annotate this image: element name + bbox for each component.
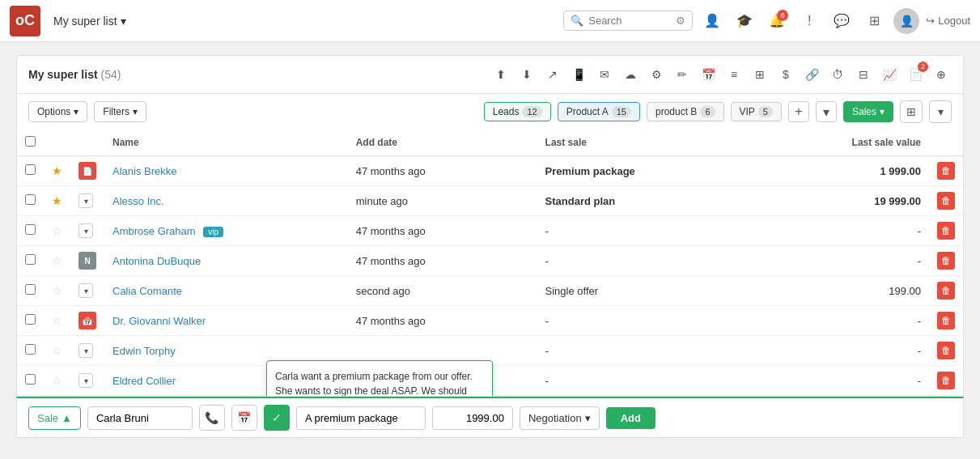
offer-name-input[interactable] (296, 406, 426, 430)
contact-link[interactable]: Alanis Brekke (112, 165, 176, 177)
tool-list[interactable]: ≡ (723, 64, 745, 85)
chat-icon[interactable]: 💬 (829, 8, 855, 34)
add-filter-button[interactable]: + (788, 101, 809, 122)
tool-email[interactable]: ✉ (594, 64, 615, 85)
delete-button[interactable]: 🗑 (937, 312, 955, 329)
last-value-cell: - (740, 216, 929, 246)
calendar-icon-btn[interactable]: 📅 (231, 405, 257, 431)
view-grid-button[interactable]: ⊞ (900, 100, 923, 123)
star-icon[interactable]: ☆ (52, 254, 62, 267)
last-sale-cell: - (537, 366, 740, 396)
logout-button[interactable]: ↪ Logout (926, 15, 970, 27)
graduate-icon[interactable]: 🎓 (732, 8, 757, 34)
filters-label: Filters (103, 106, 129, 117)
avatar[interactable]: 👤 (893, 8, 919, 34)
star-icon[interactable]: ☆ (52, 314, 62, 327)
tool-brush[interactable]: ✏ (672, 64, 693, 85)
tool-settings[interactable]: ⚙ (646, 64, 667, 85)
filter-leads[interactable]: Leads 12 (484, 102, 551, 121)
star-icon[interactable]: ☆ (52, 344, 62, 357)
more-options-button[interactable]: ▾ (816, 101, 837, 122)
table-row: ☆ N Antonina DuBuque 47 months ago - - 🗑 (17, 246, 963, 276)
filter-vip-label: VIP (740, 106, 755, 117)
user-filter-icon[interactable]: 👤 (699, 8, 725, 34)
tool-mobile[interactable]: 📱 (568, 64, 589, 85)
filters-button[interactable]: Filters ▾ (94, 101, 146, 122)
tool-cloud[interactable]: ☁ (620, 64, 641, 85)
tool-calendar[interactable]: 📅 (698, 64, 719, 85)
row-dropdown-icon[interactable]: ▾ (78, 193, 93, 208)
select-all-checkbox[interactable] (25, 136, 36, 147)
tool-chart[interactable]: 📈 (879, 64, 900, 85)
star-icon[interactable]: ★ (52, 164, 62, 177)
contact-link[interactable]: Eldred Collier (112, 375, 176, 387)
row-checkbox[interactable] (25, 314, 36, 325)
star-icon[interactable]: ☆ (52, 284, 62, 297)
filter-leads-count: 12 (522, 106, 541, 117)
tool-export[interactable]: ↗ (542, 64, 563, 85)
row-checkbox[interactable] (25, 284, 36, 295)
tool-clock[interactable]: ⏱ (827, 64, 848, 85)
sales-button[interactable]: Sales ▾ (843, 101, 893, 122)
apps-grid-icon[interactable]: ⊞ (861, 8, 887, 34)
tool-download[interactable]: ⬇ (516, 64, 537, 85)
contact-name-input[interactable] (87, 406, 193, 430)
contact-link[interactable]: Calia Comante (112, 285, 182, 297)
notification-badge: 6 (777, 10, 788, 21)
row-checkbox[interactable] (25, 254, 36, 265)
row-checkbox[interactable] (25, 344, 36, 355)
filter-vip[interactable]: VIP 5 (731, 102, 782, 121)
delete-button[interactable]: 🗑 (937, 372, 955, 389)
row-dropdown-icon[interactable]: ▾ (78, 283, 93, 298)
search-settings-icon[interactable]: ⚙ (676, 15, 685, 27)
contact-link[interactable]: Alesso Inc. (112, 195, 164, 207)
search-box: 🔍 ⚙ (563, 11, 693, 31)
notification-icon[interactable]: 🔔 6 (764, 8, 790, 34)
options-button[interactable]: Options ▾ (28, 101, 87, 122)
sale-type-chevron: ▲ (62, 412, 72, 424)
check-icon-btn[interactable]: ✓ (264, 405, 290, 431)
tool-link[interactable]: 🔗 (801, 64, 822, 85)
tool-dollar[interactable]: $ (775, 64, 796, 85)
last-value-cell: - (740, 306, 929, 336)
tool-upload[interactable]: ⬆ (490, 64, 511, 85)
star-icon[interactable]: ☆ (52, 224, 62, 237)
contact-link[interactable]: Ambrose Graham (112, 225, 196, 237)
offer-value-input[interactable] (432, 406, 513, 430)
row-dropdown-icon[interactable]: ▾ (78, 373, 93, 388)
row-checkbox[interactable] (25, 224, 36, 235)
view-chevron-button[interactable]: ▾ (929, 100, 952, 123)
filter-product-b[interactable]: product B 6 (647, 102, 724, 121)
delete-button[interactable]: 🗑 (937, 252, 955, 270)
tool-grid[interactable]: ⊞ (749, 64, 770, 85)
filter-product-a[interactable]: Product A 15 (558, 102, 640, 121)
row-dropdown-icon[interactable]: ▾ (78, 343, 93, 358)
delete-button[interactable]: 🗑 (937, 192, 955, 210)
sale-type-button[interactable]: Sale ▲ (28, 406, 81, 430)
row-dropdown-icon[interactable]: ▾ (78, 223, 93, 238)
contact-link[interactable]: Edwin Torphy (112, 345, 176, 357)
table-row: ★ 📄 Alanis Brekke 47 months ago Premium … (17, 156, 963, 186)
tool-table[interactable]: ⊟ (853, 64, 874, 85)
contact-link[interactable]: Antonina DuBuque (112, 255, 201, 267)
tool-doc[interactable]: 📄 2 (905, 64, 926, 85)
contact-link[interactable]: Dr. Giovanni Walker (112, 315, 206, 327)
search-input[interactable] (588, 15, 671, 27)
star-icon[interactable]: ☆ (52, 374, 62, 387)
alert-icon[interactable]: ! (796, 8, 822, 34)
delete-button[interactable]: 🗑 (937, 342, 955, 359)
delete-button[interactable]: 🗑 (937, 162, 955, 180)
delete-button[interactable]: 🗑 (937, 282, 955, 300)
phone-icon-btn[interactable]: 📞 (199, 405, 225, 431)
last-value-cell: 199.00 (740, 276, 929, 306)
tool-expand[interactable]: ⊕ (931, 64, 952, 85)
stage-select[interactable]: Negotiation ▾ (520, 406, 600, 430)
row-checkbox[interactable] (25, 194, 36, 205)
star-icon[interactable]: ★ (52, 194, 62, 207)
row-checkbox[interactable] (25, 374, 36, 385)
add-button[interactable]: Add (606, 407, 655, 429)
list-title[interactable]: My super list ▾ (53, 15, 126, 28)
row-checkbox[interactable] (25, 164, 36, 175)
delete-button[interactable]: 🗑 (937, 222, 955, 240)
tool-doc-badge: 2 (918, 62, 928, 72)
